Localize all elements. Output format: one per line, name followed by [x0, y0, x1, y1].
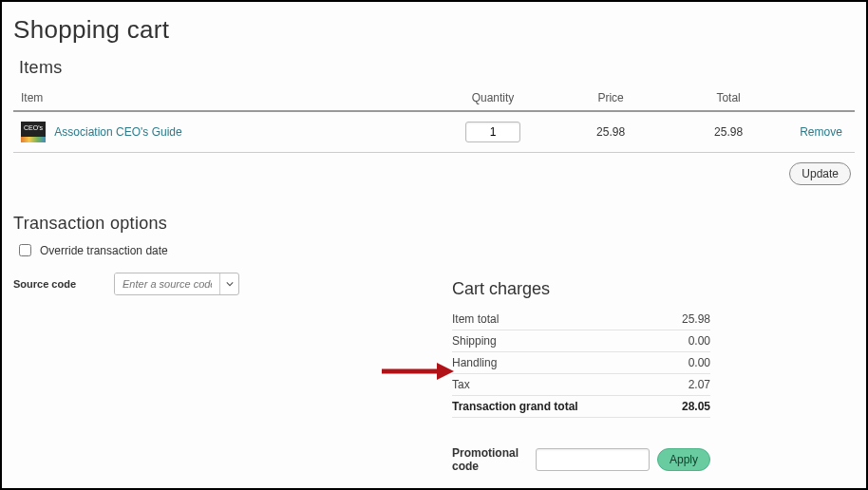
- update-button[interactable]: Update: [789, 162, 851, 185]
- item-total-value: 25.98: [682, 312, 710, 326]
- source-code-combo[interactable]: [114, 273, 239, 295]
- override-date-checkbox[interactable]: [19, 244, 31, 256]
- handling-label: Handling: [452, 356, 497, 369]
- cart-charges-heading: Cart charges: [452, 279, 710, 299]
- chevron-down-icon[interactable]: [219, 273, 238, 294]
- source-code-label: Source code: [13, 278, 76, 290]
- promo-code-label: Promotional code: [452, 446, 528, 473]
- col-price: Price: [552, 85, 670, 111]
- remove-link[interactable]: Remove: [800, 125, 842, 139]
- transaction-options-heading: Transaction options: [13, 214, 855, 234]
- item-thumbnail: CEO's: [21, 122, 46, 142]
- shipping-label: Shipping: [452, 334, 497, 348]
- table-row: CEO's Association CEO's Guide 25.98 25.9…: [13, 111, 855, 153]
- quantity-input[interactable]: [465, 122, 520, 142]
- grand-total-label: Transaction grand total: [452, 400, 578, 413]
- tax-label: Tax: [452, 378, 470, 391]
- promo-code-input[interactable]: [536, 448, 650, 471]
- page-title: Shopping cart: [13, 15, 855, 45]
- shipping-value: 0.00: [689, 334, 710, 348]
- items-heading: Items: [19, 58, 855, 78]
- override-date-label: Override transaction date: [40, 244, 168, 257]
- col-quantity: Quantity: [434, 85, 552, 111]
- grand-total-value: 28.05: [682, 400, 710, 413]
- source-code-input[interactable]: [115, 273, 219, 294]
- item-total-label: Item total: [452, 312, 499, 326]
- apply-button[interactable]: Apply: [657, 448, 710, 471]
- col-total: Total: [670, 85, 787, 111]
- cart-charges-section: Cart charges Item total 25.98 Shipping 0…: [452, 279, 710, 490]
- handling-value: 0.00: [689, 356, 710, 369]
- tax-value: 2.07: [689, 378, 710, 391]
- override-date-row[interactable]: Override transaction date: [15, 241, 855, 259]
- annotation-arrow-icon: [380, 361, 454, 382]
- col-item: Item: [13, 85, 434, 111]
- item-name-link[interactable]: Association CEO's Guide: [54, 125, 181, 139]
- item-price: 25.98: [552, 111, 670, 153]
- item-total: 25.98: [670, 111, 787, 153]
- items-table: Item Quantity Price Total CEO's Associat…: [13, 85, 855, 153]
